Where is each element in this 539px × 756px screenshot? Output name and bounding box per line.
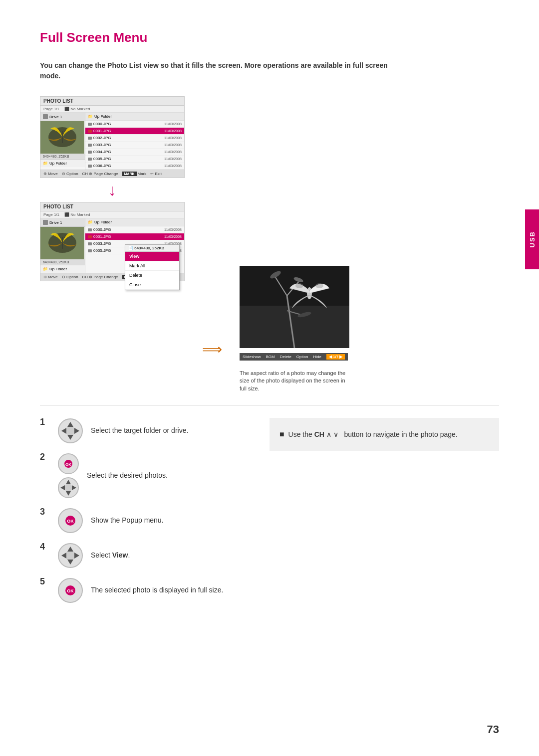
- file-date: 11/03/2008: [164, 150, 182, 154]
- step-2: 2 OK: [40, 453, 250, 499]
- up-folder-right: 📁 Up Folder: [85, 113, 184, 121]
- file-label: 0002.JPG: [93, 136, 111, 140]
- svg-point-17: [295, 283, 303, 288]
- file-row: 0006.JPG 11/03/2008: [85, 163, 184, 170]
- up-folder-label: Up Folder: [49, 161, 67, 166]
- file-icon: [88, 123, 92, 126]
- file-date: 11/03/2008: [164, 157, 182, 161]
- arrow-right: ⟹: [195, 341, 230, 358]
- up-folder-right-label: Up Folder: [94, 114, 112, 119]
- up-folder-icon-2: 📁: [43, 267, 48, 271]
- popup-view-item[interactable]: View: [125, 252, 179, 261]
- svg-text:OK: OK: [67, 519, 74, 524]
- file-label-2: 0001.JPG: [93, 234, 111, 239]
- file-icon-2c: [88, 249, 92, 252]
- drive-item: Drive 1: [40, 113, 85, 121]
- file-name: 0002.JPG: [88, 136, 111, 140]
- file-row-selected: 0001.JPG 11/03/2008: [85, 128, 184, 135]
- photo-list-top-header: PHOTO LIST: [40, 97, 184, 106]
- file-name: 0001.JPG: [88, 129, 111, 133]
- fullscreen-bar: Slideshow BGM Delete Option Hide ◀ 1/7 ▶: [240, 353, 348, 361]
- left-panel-2: Drive 1: [40, 218, 85, 273]
- svg-rect-11: [240, 306, 349, 348]
- left-panel: Drive 1: [40, 113, 85, 170]
- step-3-number: 3: [40, 507, 50, 517]
- file-date: 11/03/2008: [164, 136, 182, 140]
- step-4-button: [57, 543, 83, 568]
- resolution-text: 640×480, 252KB: [40, 154, 85, 159]
- step-4-number: 4: [40, 542, 50, 552]
- photo-list-title: PHOTO LIST: [43, 98, 73, 104]
- popup-delete-item[interactable]: Delete: [125, 271, 179, 280]
- move-label: ⊕ Move: [43, 172, 58, 176]
- file-name: 0000.JPG: [88, 122, 111, 126]
- file-label: 0006.JPG: [93, 164, 111, 168]
- svg-point-32: [64, 484, 72, 492]
- up-folder-left-2: 📁 Up Folder: [40, 265, 85, 273]
- thumbnail-area-2: [40, 227, 84, 259]
- file-row: 0000.JPG 11/03/2008: [85, 121, 184, 128]
- thumbnail-area: [40, 121, 84, 154]
- popup-close-item[interactable]: Close: [125, 280, 179, 290]
- svg-point-18: [315, 283, 323, 288]
- photo-list-subheader: Page 1/1 ⬛ No Marked: [40, 106, 184, 113]
- file-name: 0004.JPG: [88, 150, 111, 154]
- file-label: 0005.JPG: [93, 157, 111, 161]
- file-row: 0004.JPG 11/03/2008: [85, 149, 184, 156]
- file-name-2: 0000.JPG: [88, 227, 111, 232]
- page-indicator: Page 1/1: [43, 107, 59, 111]
- step-3: 3 OK Show the Popup menu.: [40, 508, 250, 534]
- up-folder-right-icon-2: 📁: [88, 220, 93, 224]
- file-row-2-selected: 0001.JPG 11/03/2008: [85, 233, 184, 240]
- file-icon-2: [88, 228, 92, 231]
- up-folder-label-2: Up Folder: [49, 267, 67, 271]
- step-2-buttons: OK: [57, 453, 79, 499]
- option-label-2: ⊙ Option: [62, 275, 78, 279]
- slideshow-label: Slideshow: [243, 355, 261, 359]
- file-date: 11/03/2008: [164, 143, 182, 147]
- svg-point-23: [65, 426, 75, 436]
- up-folder-right-label-2: Up Folder: [94, 220, 112, 224]
- hint-text: ■ Use the CH ∧ ∨ button to navigate in t…: [279, 428, 458, 441]
- step-2-nav-button: [57, 477, 79, 499]
- page-indicator-2: Page 1/1: [43, 212, 59, 217]
- thumbnail-svg-2: [40, 227, 84, 259]
- file-icon: [88, 144, 92, 147]
- file-label-2c: 0005.JPG: [93, 248, 111, 253]
- section-divider: [40, 405, 499, 405]
- page-number: 73: [487, 723, 499, 736]
- move-label-2: ⊕ Move: [43, 275, 58, 279]
- photo-list-title-2: PHOTO LIST: [43, 204, 73, 209]
- file-icon: [88, 151, 92, 154]
- drive-icon: [43, 114, 48, 119]
- file-date: 11/03/2008: [164, 164, 182, 168]
- file-name: 0006.JPG: [88, 164, 111, 168]
- popup-menu-header: 📄 640×480, 252KB: [125, 245, 179, 252]
- file-date-2: 11/03/2008: [164, 235, 182, 238]
- mark-button: MARK: [122, 172, 137, 176]
- side-tab: USB: [525, 209, 539, 269]
- up-folder-right-2: 📁 Up Folder: [85, 218, 184, 226]
- file-label-2b: 0003.JPG: [93, 241, 111, 246]
- file-row: 0002.JPG 11/03/2008: [85, 135, 184, 142]
- up-folder-icon: 📁: [43, 161, 48, 166]
- file-name-2b: 0003.JPG: [88, 241, 111, 246]
- hint-bullet: ■: [279, 430, 284, 438]
- popup-resolution: 📄 640×480, 252KB: [128, 246, 164, 250]
- file-row: 0005.JPG 11/03/2008: [85, 156, 184, 163]
- caption-text: The aspect ratio of a photo may change t…: [240, 370, 349, 392]
- file-icon: [88, 158, 92, 161]
- file-row: 0003.JPG 11/03/2008: [85, 142, 184, 149]
- file-name-2: 0001.JPG: [88, 234, 111, 239]
- photo-list-bottom: PHOTO LIST Page 1/1 ⬛ No Marked Drive 1: [40, 202, 185, 281]
- marked-indicator-2: ⬛ No Marked: [64, 212, 90, 217]
- step-1-number: 1: [40, 417, 50, 427]
- popup-mark-all-item[interactable]: Mark All: [125, 261, 179, 271]
- option-label: ⊙ Option: [62, 172, 78, 176]
- steps-container: 1 Select the target fo: [40, 418, 499, 612]
- file-icon: [88, 165, 92, 168]
- hint-box: ■ Use the CH ∧ ∨ button to navigate in t…: [270, 418, 499, 451]
- step-3-button: OK: [57, 508, 83, 534]
- hide-label: Hide: [313, 355, 321, 359]
- arrow-down: ↓: [40, 178, 185, 202]
